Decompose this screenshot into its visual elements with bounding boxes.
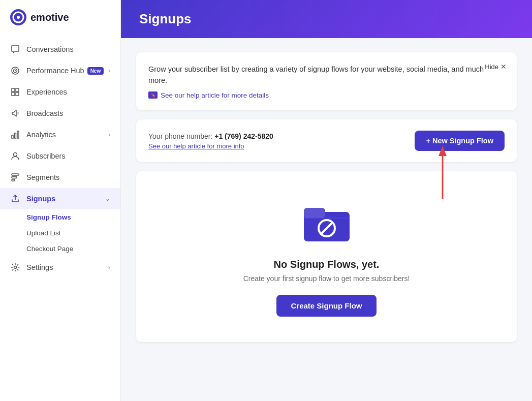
submenu-item-upload-list[interactable]: Upload List xyxy=(0,225,120,241)
link-icon: 🔖 xyxy=(148,91,158,99)
performance-hub-label: Performance Hub xyxy=(26,67,84,75)
svg-rect-6 xyxy=(12,88,15,91)
phone-number: +1 (769) 242-5820 xyxy=(214,132,273,140)
close-icon: ✕ xyxy=(500,63,507,71)
analytics-label: Analytics xyxy=(26,131,56,139)
settings-label: Settings xyxy=(26,263,53,271)
hide-button[interactable]: Hide ✕ xyxy=(485,63,507,71)
main-area: Signups Grow your subscriber list by cre… xyxy=(121,0,532,401)
sidebar-item-performance-hub[interactable]: Performance Hub New › xyxy=(0,60,120,81)
svg-rect-8 xyxy=(12,92,15,96)
sidebar-item-settings[interactable]: Settings › xyxy=(0,257,120,278)
subscribers-label: Subscribers xyxy=(26,152,66,160)
empty-state: No Signup Flows, yet. Create your first … xyxy=(136,171,517,342)
svg-rect-9 xyxy=(16,92,19,96)
signups-label: Signups xyxy=(26,195,55,203)
signups-chevron: ⌄ xyxy=(105,195,110,202)
logo-icon xyxy=(10,9,26,25)
empty-state-subtext: Create your first signup flow to get mor… xyxy=(243,274,410,283)
info-help-link[interactable]: 🔖 See our help article for more details xyxy=(148,91,505,99)
empty-state-heading: No Signup Flows, yet. xyxy=(274,259,380,270)
svg-rect-11 xyxy=(15,133,16,138)
svg-rect-21 xyxy=(304,208,325,218)
megaphone-icon xyxy=(10,108,20,118)
info-banner: Grow your subscriber list by creating a … xyxy=(136,52,517,110)
svg-point-13 xyxy=(14,153,17,157)
arrow-annotation xyxy=(429,143,457,199)
segments-label: Segments xyxy=(26,173,59,181)
empty-folder-icon xyxy=(301,197,352,248)
new-signup-flow-button[interactable]: + New Signup Flow xyxy=(415,131,505,151)
svg-point-5 xyxy=(15,70,16,71)
analytics-chevron: › xyxy=(108,131,110,138)
help-link-text: See our help article for more details xyxy=(161,91,269,99)
info-banner-text: Grow your subscriber list by creating a … xyxy=(148,64,505,86)
logo-text: emotive xyxy=(30,12,69,23)
hide-label: Hide xyxy=(485,63,498,71)
target-icon xyxy=(10,66,20,76)
phone-row: Your phone number: +1 (769) 242-5820 See… xyxy=(136,119,517,162)
performance-hub-badge: New xyxy=(87,67,104,75)
page-title: Signups xyxy=(139,11,514,27)
sidebar-item-signups[interactable]: Signups ⌄ xyxy=(0,188,120,209)
phone-info: Your phone number: +1 (769) 242-5820 See… xyxy=(148,132,273,150)
sidebar-item-broadcasts[interactable]: Broadcasts xyxy=(0,103,120,124)
chart-icon xyxy=(10,130,20,140)
sidebar-item-analytics[interactable]: Analytics › xyxy=(0,124,120,145)
settings-chevron: › xyxy=(108,264,110,271)
sidebar-item-experiences[interactable]: Experiences xyxy=(0,81,120,103)
sidebar: emotive Conversations Performance Hub Ne… xyxy=(0,0,121,401)
svg-rect-15 xyxy=(12,177,17,178)
svg-rect-7 xyxy=(16,88,19,91)
performance-hub-chevron: › xyxy=(108,67,110,74)
sidebar-item-subscribers[interactable]: Subscribers xyxy=(0,145,120,167)
svg-point-17 xyxy=(14,266,17,269)
sidebar-item-conversations[interactable]: Conversations xyxy=(0,39,120,60)
signups-icon xyxy=(10,194,20,204)
svg-point-2 xyxy=(17,16,20,19)
chat-icon xyxy=(10,44,20,54)
main-content: Grow your subscriber list by creating a … xyxy=(121,38,532,401)
svg-rect-14 xyxy=(12,174,19,175)
svg-rect-12 xyxy=(17,131,19,138)
signups-submenu: Signup Flows Upload List Checkout Page xyxy=(0,209,120,257)
logo-area: emotive xyxy=(0,0,120,35)
sidebar-item-segments[interactable]: Segments xyxy=(0,167,120,188)
phone-help-link[interactable]: See our help article for more info xyxy=(148,142,273,150)
conversations-label: Conversations xyxy=(26,45,74,53)
phone-label: Your phone number: +1 (769) 242-5820 xyxy=(148,132,273,140)
grid-icon xyxy=(10,87,20,97)
svg-rect-10 xyxy=(12,135,13,138)
create-signup-flow-button[interactable]: Create Signup Flow xyxy=(276,295,376,317)
sidebar-nav: Conversations Performance Hub New › Expe… xyxy=(0,35,120,282)
segments-icon xyxy=(10,172,20,182)
experiences-label: Experiences xyxy=(26,88,67,96)
svg-marker-19 xyxy=(439,146,447,156)
svg-rect-16 xyxy=(12,179,15,181)
person-icon xyxy=(10,151,20,161)
broadcasts-label: Broadcasts xyxy=(26,109,64,117)
gear-icon xyxy=(10,262,20,272)
page-header: Signups xyxy=(121,0,532,38)
submenu-item-signup-flows[interactable]: Signup Flows xyxy=(0,209,120,225)
submenu-item-checkout-page[interactable]: Checkout Page xyxy=(0,241,120,257)
